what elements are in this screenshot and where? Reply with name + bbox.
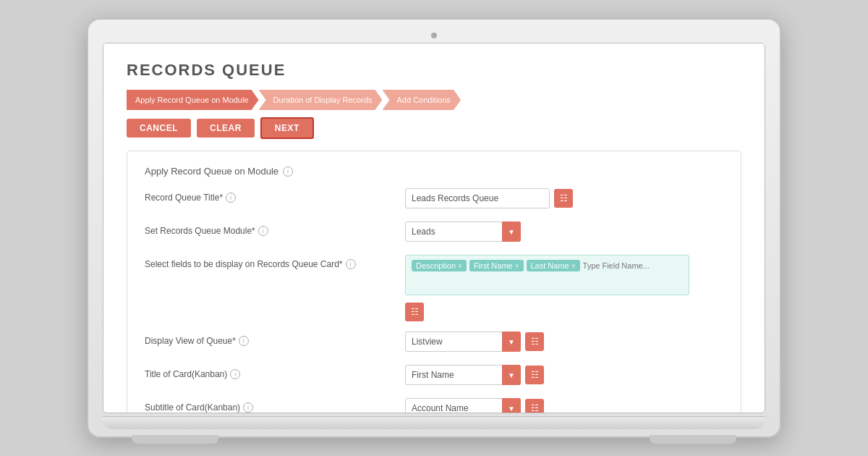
form-card-title: Apply Record Queue on Module i: [145, 166, 723, 177]
tag-description[interactable]: Description ×: [412, 260, 467, 271]
label-display-view: Display View of Queue* i: [145, 332, 405, 346]
subtitle-kanban-select-wrapper: Account Name ▼: [405, 398, 521, 413]
field-select-fields: Select fields to be display on Records Q…: [145, 255, 723, 321]
label-record-queue-title: Record Queue Title* i: [145, 188, 405, 203]
action-buttons: CANCEL CLEAR NEXT: [127, 117, 741, 139]
clear-button[interactable]: CLEAR: [197, 119, 255, 138]
fields-grid-icon[interactable]: ☷: [405, 303, 424, 321]
subtitle-kanban-select[interactable]: Account Name: [405, 398, 521, 413]
control-title-kanban: First Name ▼ ☷: [405, 365, 723, 385]
laptop-foot-left: [132, 435, 218, 444]
label-subtitle-kanban: Subtitle of Card(Kanban) i: [145, 398, 405, 413]
info-icon-module[interactable]: i: [258, 226, 268, 236]
step-1[interactable]: Apply Record Queue on Module: [127, 90, 259, 110]
step-3[interactable]: Add Conditions: [383, 90, 461, 110]
cancel-button[interactable]: CANCEL: [127, 119, 191, 138]
title-kanban-select-wrapper: First Name ▼: [405, 365, 521, 385]
display-view-grid-icon[interactable]: ☷: [525, 332, 544, 351]
tag-last-name[interactable]: Last Name ×: [527, 260, 580, 271]
tag-description-remove[interactable]: ×: [458, 262, 462, 270]
form-card: Apply Record Queue on Module i Record Qu…: [127, 151, 741, 413]
display-view-select-wrapper: Listview ▼: [405, 332, 521, 352]
control-record-queue-title: ☷: [405, 188, 723, 208]
record-queue-title-input[interactable]: [405, 188, 550, 208]
next-button[interactable]: NEXT: [260, 117, 314, 139]
info-icon-subtitle-kanban[interactable]: i: [243, 402, 253, 413]
title-kanban-grid-icon[interactable]: ☷: [525, 366, 544, 384]
title-kanban-select[interactable]: First Name: [405, 365, 521, 385]
info-icon-title[interactable]: i: [226, 193, 236, 203]
control-records-queue-module: Leads ▼: [405, 221, 723, 242]
field-records-queue-module: Set Records Queue Module* i Leads ▼: [145, 221, 723, 245]
control-select-fields: Description × First Name × Last Name ×: [405, 255, 723, 321]
module-select-wrapper: Leads ▼: [405, 221, 521, 242]
tag-first-name-remove[interactable]: ×: [515, 262, 519, 270]
tag-last-name-remove[interactable]: ×: [571, 262, 576, 270]
info-icon-display-view[interactable]: i: [239, 336, 249, 346]
field-title-kanban: Title of Card(Kanban) i First Name ▼ ☷: [145, 365, 723, 388]
label-title-kanban: Title of Card(Kanban) i: [145, 365, 405, 379]
tags-input[interactable]: [583, 260, 683, 271]
label-select-fields: Select fields to be display on Records Q…: [145, 255, 405, 269]
label-records-queue-module: Set Records Queue Module* i: [145, 221, 405, 236]
laptop-camera: [431, 33, 437, 38]
tag-first-name[interactable]: First Name ×: [469, 260, 524, 271]
laptop-base: [103, 416, 765, 429]
step-2[interactable]: Duration of Display Records: [259, 90, 383, 110]
control-subtitle-kanban: Account Name ▼ ☷: [405, 398, 723, 413]
page-title: RECORDS QUEUE: [127, 61, 741, 80]
info-icon-fields[interactable]: i: [346, 259, 356, 269]
display-view-select[interactable]: Listview: [405, 332, 521, 352]
screen-content: RECORDS QUEUE Apply Record Queue on Modu…: [103, 43, 765, 413]
field-record-queue-title: Record Queue Title* i ☷: [145, 188, 723, 211]
step-1-label: Apply Record Queue on Module: [135, 96, 249, 104]
steps-breadcrumb: Apply Record Queue on Module Duration of…: [127, 90, 741, 110]
info-icon-title-kanban[interactable]: i: [230, 369, 240, 379]
laptop-shell: RECORDS QUEUE Apply Record Queue on Modu…: [87, 18, 781, 438]
step-2-label: Duration of Display Records: [273, 96, 373, 104]
title-grid-icon[interactable]: ☷: [554, 189, 573, 208]
field-display-view: Display View of Queue* i Listview ▼ ☷: [145, 332, 723, 355]
module-select[interactable]: Leads: [405, 221, 521, 242]
form-card-info-icon[interactable]: i: [283, 166, 293, 177]
step-3-label: Add Conditions: [397, 96, 451, 104]
laptop-screen: RECORDS QUEUE Apply Record Queue on Modu…: [103, 43, 765, 413]
subtitle-kanban-grid-icon[interactable]: ☷: [525, 399, 544, 413]
laptop-foot-right: [650, 435, 736, 444]
control-display-view: Listview ▼ ☷: [405, 332, 723, 352]
field-subtitle-kanban: Subtitle of Card(Kanban) i Account Name …: [145, 398, 723, 413]
tags-area[interactable]: Description × First Name × Last Name ×: [405, 255, 689, 295]
